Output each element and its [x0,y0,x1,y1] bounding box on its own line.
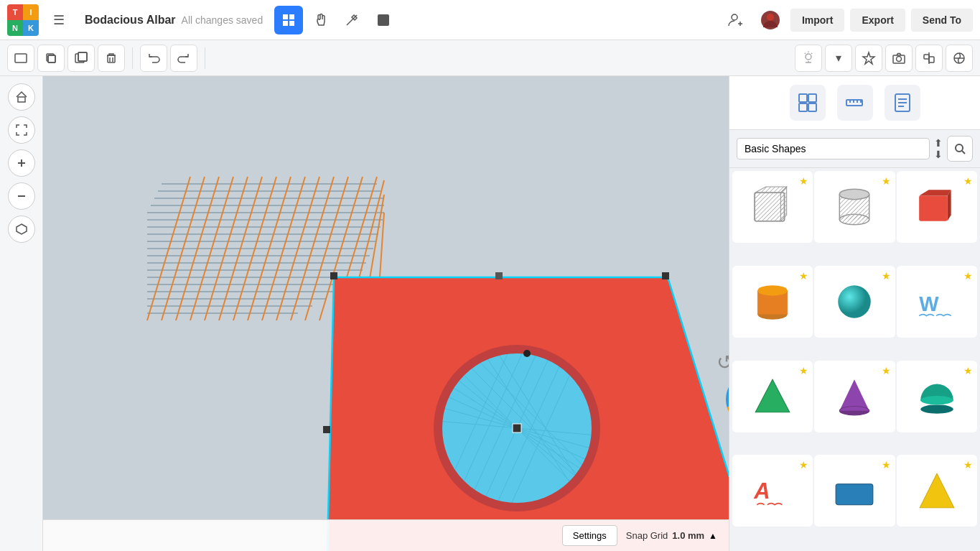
notes-panel-button[interactable] [885,85,920,121]
sel-handle-tl[interactable] [330,272,337,279]
svg-rect-3 [289,21,294,26]
svg-marker-126 [755,379,790,412]
shape-tile-striped-box[interactable]: ★ [732,171,813,243]
menu-button[interactable]: ☰ [45,6,73,34]
svg-rect-26 [929,57,934,62]
svg-rect-91 [808,94,816,102]
align-button[interactable] [915,45,943,72]
svg-text:W: W [919,292,939,315]
fit-view-button[interactable] [8,116,35,144]
hand-tool-button[interactable] [306,6,335,34]
shape-tile-teal-sphere[interactable]: ★ [814,266,895,338]
settings-button[interactable]: Settings [562,525,617,546]
zoom-out-button[interactable] [8,182,35,210]
snap-arrow-button[interactable]: ▲ [709,531,717,541]
import-button[interactable]: Import [790,9,845,32]
svg-rect-134 [836,484,874,505]
view-tools: ▾ [795,45,973,72]
svg-point-115 [840,189,869,199]
perspective-button[interactable] [8,216,35,243]
shapes-grid: ★ ★ [729,168,980,551]
shape-tile-orange-cylinder[interactable]: ★ [732,266,813,338]
svg-rect-11 [48,55,55,62]
new-workplane-button[interactable] [7,45,34,72]
canvas-area[interactable]: TOP BACK ▾ Shape [43,76,729,551]
svg-line-19 [811,52,812,53]
copy-workplane-button[interactable] [37,45,65,72]
dropdown-arrows[interactable]: ⬆⬇ [934,137,943,160]
shape-tile-red-box[interactable]: ★ [897,171,977,243]
shape-star-5: ★ [882,270,891,282]
ruler-panel-button[interactable] [837,85,873,121]
send-to-button[interactable]: Send To [911,9,973,32]
svg-point-132 [920,395,953,404]
shapes-search-button[interactable] [947,136,973,162]
history-tools [140,45,197,72]
circle-center-handle[interactable] [513,424,521,432]
light-dropdown-button[interactable]: ▾ [825,45,852,72]
svg-point-103 [956,144,963,152]
logo-k: K [23,20,39,36]
svg-point-131 [920,404,953,413]
shape-tile-yellow-pyramid[interactable]: ★ [897,455,977,527]
circle-top-handle[interactable] [523,350,531,357]
delete-button[interactable] [98,45,125,72]
svg-point-124 [839,285,872,318]
block-button[interactable] [369,6,398,34]
svg-point-8 [767,14,774,21]
shape-tile-blue-shape[interactable]: ★ [814,455,895,527]
right-top-icons [729,76,980,130]
duplicate-button[interactable] [67,45,95,72]
shape-tile-text[interactable]: ★ W [897,266,977,338]
shape-tile-purple-cone[interactable]: ★ [814,361,895,432]
shape-tile-half-sphere[interactable]: ★ [897,361,977,432]
note-button[interactable] [855,45,882,72]
shape-tile-green-pyramid[interactable]: ★ [732,361,813,432]
shape-star-11: ★ [882,459,891,471]
logo-t: T [7,4,23,20]
snap-grid: Snap Grid 1.0 mm ▲ [626,530,717,541]
shapes-header: Basic Shapes Letters Numbers Symbols ⬆⬇ [729,130,980,168]
camera-button[interactable] [885,45,913,72]
sel-handle-tr[interactable] [662,272,669,279]
svg-rect-9 [15,54,27,62]
shape-star-6: ★ [963,270,973,282]
save-status: All changes saved [182,14,263,26]
grid-view-button[interactable] [274,6,303,34]
pickaxe-button[interactable] [337,6,366,34]
svg-marker-136 [920,473,954,508]
light-button[interactable] [795,45,822,72]
toolbar-separator-1 [132,47,133,69]
shape-tile-red-text[interactable]: ★ A [732,455,813,527]
svg-line-20 [805,52,806,53]
zoom-in-button[interactable] [8,149,35,177]
sel-handle-tc[interactable] [495,272,503,279]
shape-tile-striped-cylinder[interactable]: ★ [814,171,895,243]
snap-button[interactable] [946,45,973,72]
right-panel: Basic Shapes Letters Numbers Symbols ⬆⬇ … [729,76,980,551]
sel-handle-ml[interactable] [323,426,330,433]
svg-point-23 [897,56,902,61]
shape-star-7: ★ [799,365,808,376]
scene-svg: ↺ › ↙ [43,76,729,551]
export-button[interactable]: Export [850,9,905,32]
shape-star-4: ★ [799,270,808,282]
grid-panel-button[interactable] [790,85,826,121]
topbar: T I N K ☰ Bodacious Albar All changes sa… [0,0,980,40]
view-mode-icons [274,6,398,34]
user-avatar-button[interactable] [756,6,785,34]
rotate-handle-text[interactable]: ↺ [717,351,729,374]
home-view-button[interactable] [8,83,35,111]
svg-rect-14 [78,52,87,61]
svg-rect-0 [283,14,288,19]
shape-star-8: ★ [882,365,891,376]
redo-button[interactable] [170,45,197,72]
shape-star-2: ★ [882,175,891,187]
svg-rect-92 [799,103,807,111]
bottom-bar: Settings Snap Grid 1.0 mm ▲ [43,519,729,551]
add-user-button[interactable] [722,6,750,34]
shapes-dropdown[interactable]: Basic Shapes Letters Numbers Symbols [737,138,930,159]
svg-point-123 [757,285,787,295]
undo-button[interactable] [140,45,167,72]
svg-rect-106 [755,193,784,221]
